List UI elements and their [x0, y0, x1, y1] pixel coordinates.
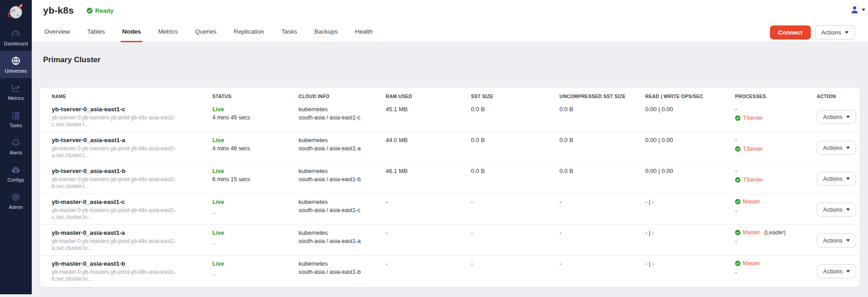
column-header-read-write-ops: READ | WRITE OPS/SEC: [645, 94, 735, 99]
node-actions-button[interactable]: Actions: [817, 264, 856, 278]
process-placeholder: -: [735, 136, 817, 144]
tab-queries[interactable]: Queries: [195, 21, 216, 42]
process-placeholder: -: [735, 105, 817, 113]
process-name: TServer: [743, 176, 763, 183]
chevron-down-icon: [846, 178, 850, 180]
node-fqdn: yb-tserver-0.yb-tservers.yb-prod-yb-k8s-…: [52, 114, 212, 128]
sidebar-item-alerts[interactable]: Alerts: [0, 133, 32, 160]
node-uptime: _: [212, 269, 299, 276]
node-cloud: kubernetes: [299, 105, 386, 113]
yugabyte-platform-window: Dashboard Universes Metrics: [0, 0, 868, 297]
sidebar-item-label: Configs: [7, 177, 24, 183]
node-read-write-ops: 0.00 | 0.00: [645, 167, 735, 190]
chevron-down-icon: [862, 9, 865, 11]
node-read-write-ops: - | -: [645, 260, 735, 282]
node-uncompressed-sst-size: -: [559, 229, 645, 252]
sidebar-item-universes[interactable]: Universes: [0, 51, 32, 78]
column-header-processes: PROCESSES: [735, 94, 817, 99]
node-actions-label: Actions: [823, 114, 843, 120]
node-fqdn: yb-tserver-0.yb-tservers.yb-prod-yb-k8s-…: [52, 145, 212, 159]
node-actions-label: Actions: [823, 144, 843, 151]
sidebar-item-label: Universes: [5, 68, 27, 74]
node-actions-button[interactable]: Actions: [817, 172, 856, 186]
node-ram-used: 46.1 MB: [386, 167, 471, 190]
universe-name: yb-k8s: [43, 5, 74, 16]
node-uncompressed-sst-size: 0.0 B: [559, 136, 645, 159]
node-name: yb-tserver-0_asia-east1-a: [52, 136, 212, 144]
sidebar-item-admin[interactable]: Admin: [0, 187, 32, 214]
node-uptime: 6 mins 15 secs: [212, 176, 299, 183]
check-circle-icon: [735, 230, 740, 235]
process-placeholder: -: [735, 238, 817, 245]
universe-actions-label: Actions: [821, 29, 841, 36]
node-uncompressed-sst-size: -: [559, 198, 645, 221]
node-actions-button[interactable]: Actions: [817, 203, 856, 217]
node-sst-size: -: [471, 229, 559, 252]
check-circle-icon: [735, 199, 740, 204]
column-header-ram-used: RAM USED: [386, 94, 471, 99]
universe-tab-bar: Overview Tables Nodes Metrics Queries Re…: [32, 21, 868, 42]
tab-tasks[interactable]: Tasks: [281, 21, 297, 42]
chevron-down-icon: [846, 116, 850, 118]
node-uncompressed-sst-size: 0.0 B: [559, 105, 645, 128]
node-actions-label: Actions: [823, 268, 843, 275]
process-name: Master: [743, 229, 760, 236]
check-circle-icon: [735, 146, 740, 152]
sidebar-item-dashboard[interactable]: Dashboard: [0, 24, 32, 51]
node-actions-button[interactable]: Actions: [817, 110, 856, 124]
process-placeholder: -: [735, 207, 817, 214]
table-row: yb-tserver-0_asia-east1-a yb-tserver-0.y…: [40, 132, 860, 163]
configs-cloud-upload-icon: [11, 165, 21, 175]
yugabyte-logo[interactable]: [0, 0, 32, 24]
process-badge: TServer: [735, 145, 817, 153]
node-cloud: kubernetes: [299, 198, 386, 206]
metrics-chart-icon: [11, 83, 21, 93]
tab-backups[interactable]: Backups: [314, 21, 338, 42]
node-actions-button[interactable]: Actions: [817, 233, 856, 248]
chevron-down-icon: [845, 31, 848, 34]
sidebar-item-label: Tasks: [10, 123, 22, 128]
column-header-name: NAME: [52, 94, 212, 99]
node-fqdn: yb-tserver-0.yb-tservers.yb-prod-yb-k8s-…: [52, 176, 212, 190]
column-header-cloud-info: CLOUD INFO: [299, 94, 386, 99]
node-read-write-ops: - | -: [645, 229, 735, 252]
tab-metrics[interactable]: Metrics: [158, 21, 178, 42]
tab-replication[interactable]: Replication: [234, 21, 264, 42]
process-badge: Master: [735, 260, 817, 267]
table-header-row: NAME STATUS CLOUD INFO RAM USED SST SIZE…: [40, 88, 860, 101]
connect-button[interactable]: Connect: [770, 25, 811, 40]
process-badge: Master: [735, 198, 817, 205]
node-actions-button[interactable]: Actions: [817, 141, 856, 155]
node-region: south-asia / asia-east1-c: [299, 114, 386, 121]
universes-globe-icon: [11, 56, 21, 66]
sidebar-item-tasks[interactable]: Tasks: [0, 105, 32, 133]
sidebar-item-metrics[interactable]: Metrics: [0, 78, 32, 105]
node-actions-label: Actions: [823, 175, 843, 182]
node-read-write-ops: - | -: [645, 198, 735, 221]
check-circle-icon: [735, 261, 740, 266]
process-badge: TServer: [735, 114, 817, 122]
sidebar-item-configs[interactable]: Configs: [0, 160, 32, 187]
chevron-down-icon: [846, 239, 850, 242]
node-status: Live: [212, 167, 299, 175]
node-status: Live: [212, 105, 299, 113]
chevron-down-icon: [846, 147, 850, 149]
node-name: yb-master-0_asia-east1-c: [52, 198, 212, 206]
chevron-down-icon: [846, 270, 850, 272]
node-actions-label: Actions: [823, 237, 843, 244]
user-menu[interactable]: [850, 5, 865, 15]
sidebar-item-label: Metrics: [8, 95, 24, 101]
tab-health[interactable]: Health: [355, 21, 373, 42]
tab-tables[interactable]: Tables: [87, 21, 105, 42]
node-status: Live: [212, 198, 299, 206]
nodes-table-card: NAME STATUS CLOUD INFO RAM USED SST SIZE…: [40, 88, 860, 287]
node-cloud: kubernetes: [299, 229, 386, 237]
node-region: south-asia / asia-east1-b: [299, 269, 386, 276]
tab-overview[interactable]: Overview: [44, 21, 70, 42]
universe-actions-button[interactable]: Actions: [815, 25, 855, 40]
node-cloud: kubernetes: [299, 167, 386, 175]
table-row: yb-tserver-0_asia-east1-c yb-tserver-0.y…: [40, 101, 860, 132]
tab-nodes[interactable]: Nodes: [122, 21, 141, 42]
process-placeholder: -: [735, 167, 817, 174]
universe-status-badge: Ready: [87, 7, 114, 14]
